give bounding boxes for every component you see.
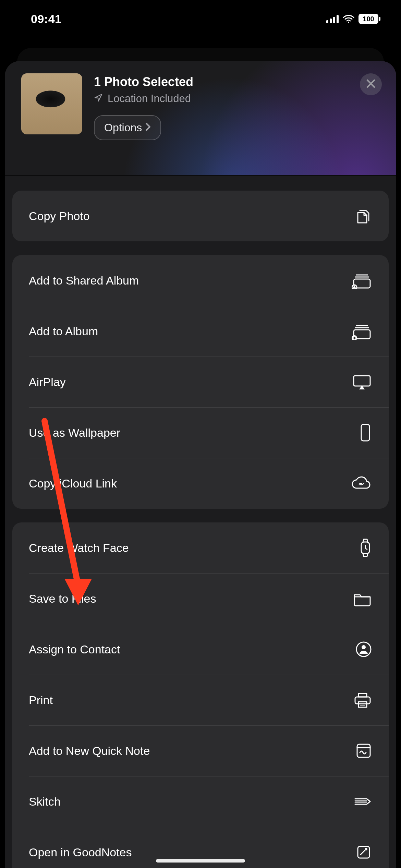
action-label: Skitch — [29, 795, 353, 808]
action-use-wallpaper[interactable]: Use as Wallpaper — [12, 407, 389, 458]
action-copy-photo[interactable]: Copy Photo — [12, 191, 389, 241]
shared-album-icon — [352, 272, 372, 289]
phone-icon — [359, 423, 372, 442]
airplay-icon — [352, 374, 372, 390]
share-subtitle: Location Included — [94, 93, 380, 105]
cellular-icon — [326, 15, 339, 23]
options-button[interactable]: Options — [94, 115, 161, 140]
battery-icon: 100 — [359, 14, 380, 24]
contact-icon — [355, 641, 372, 658]
share-sheet: 1 Photo Selected Location Included Optio… — [5, 61, 396, 868]
action-new-quick-note[interactable]: Add to New Quick Note — [12, 725, 389, 776]
action-assign-contact[interactable]: Assign to Contact — [12, 624, 389, 675]
watch-icon — [359, 538, 372, 558]
action-label: AirPlay — [29, 375, 352, 389]
action-copy-icloud-link[interactable]: Copy iCloud Link — [12, 458, 389, 509]
copy-pages-icon — [353, 206, 372, 226]
photo-thumbnail[interactable] — [21, 73, 82, 134]
action-group: Copy Photo — [12, 191, 389, 241]
action-label: Create Watch Face — [29, 541, 359, 555]
action-save-to-files[interactable]: Save to Files — [12, 573, 389, 624]
action-label: Open in GoodNotes — [29, 846, 355, 859]
svg-rect-15 — [355, 697, 370, 704]
home-indicator[interactable] — [156, 859, 245, 863]
status-time: 09:41 — [31, 12, 61, 26]
svg-rect-11 — [361, 424, 369, 441]
battery-percent: 100 — [359, 14, 378, 24]
action-group: Create Watch Face Save to Files — [12, 522, 389, 868]
svg-rect-16 — [359, 694, 367, 697]
action-label: Use as Wallpaper — [29, 426, 359, 439]
quicknote-icon — [355, 742, 372, 759]
action-label: Print — [29, 694, 353, 707]
options-label: Options — [104, 121, 142, 134]
svg-point-7 — [354, 286, 355, 287]
action-label: Copy iCloud Link — [29, 477, 350, 490]
action-add-album[interactable]: Add to Album — [12, 306, 389, 357]
goodnotes-icon — [355, 844, 372, 861]
svg-point-14 — [362, 645, 366, 649]
action-label: Add to New Quick Note — [29, 744, 355, 758]
svg-rect-2 — [333, 17, 335, 23]
printer-icon — [353, 691, 372, 709]
action-label: Save to Files — [29, 592, 352, 605]
close-icon — [366, 79, 376, 90]
chevron-right-icon — [145, 121, 151, 134]
action-label: Assign to Contact — [29, 643, 355, 656]
action-create-watch-face[interactable]: Create Watch Face — [12, 522, 389, 573]
svg-rect-0 — [326, 20, 328, 23]
share-sheet-header: 1 Photo Selected Location Included Optio… — [5, 61, 396, 176]
svg-rect-1 — [330, 19, 332, 23]
action-label: Copy Photo — [29, 209, 353, 223]
cloud-link-icon — [350, 476, 372, 491]
action-airplay[interactable]: AirPlay — [12, 357, 389, 407]
wifi-icon — [343, 15, 354, 23]
action-add-shared-album[interactable]: Add to Shared Album — [12, 255, 389, 306]
status-bar: 09:41 100 — [0, 0, 401, 38]
share-subtitle-text: Location Included — [108, 93, 191, 105]
status-indicators: 100 — [326, 14, 380, 24]
action-print[interactable]: Print — [12, 675, 389, 725]
svg-rect-3 — [337, 15, 339, 23]
action-group: Add to Shared Album Add to Album — [12, 255, 389, 509]
svg-rect-10 — [354, 376, 370, 386]
action-skitch[interactable]: Skitch — [12, 776, 389, 827]
skitch-icon — [353, 795, 372, 808]
svg-point-4 — [348, 22, 349, 23]
svg-rect-17 — [359, 702, 367, 707]
action-label: Add to Shared Album — [29, 274, 352, 287]
folder-icon — [352, 591, 372, 606]
actions-list: Copy Photo Add to Shared Album — [5, 176, 396, 868]
share-title: 1 Photo Selected — [94, 75, 380, 89]
svg-rect-18 — [357, 744, 370, 757]
close-button[interactable] — [360, 73, 382, 95]
add-album-icon — [352, 322, 372, 340]
action-label: Add to Album — [29, 325, 352, 338]
location-arrow-icon — [94, 93, 103, 105]
